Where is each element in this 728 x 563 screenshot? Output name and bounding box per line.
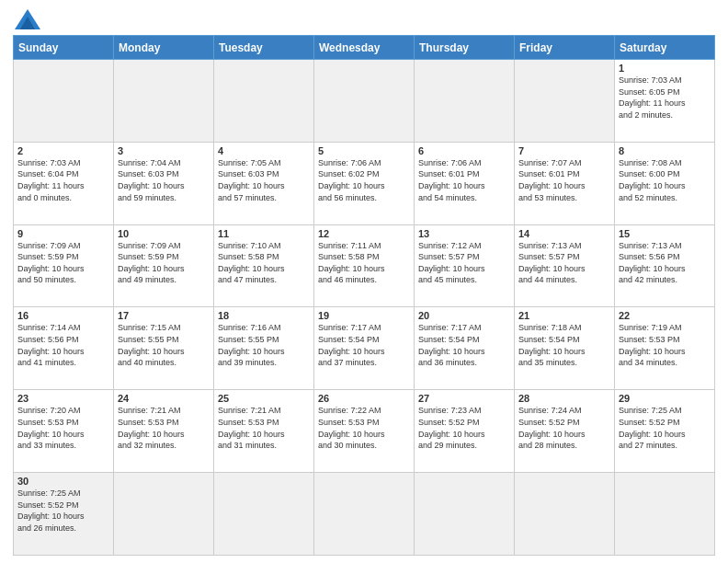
header [13, 9, 715, 29]
calendar-cell [214, 60, 314, 143]
day-info: Sunrise: 7:21 AM Sunset: 5:53 PM Dayligh… [218, 405, 310, 451]
day-number: 22 [619, 310, 711, 321]
day-info: Sunrise: 7:03 AM Sunset: 6:05 PM Dayligh… [619, 75, 711, 121]
day-info: Sunrise: 7:16 AM Sunset: 5:55 PM Dayligh… [218, 322, 310, 368]
calendar-cell: 22Sunrise: 7:19 AM Sunset: 5:53 PM Dayli… [615, 307, 715, 390]
calendar-week-5: 30Sunrise: 7:25 AM Sunset: 5:52 PM Dayli… [14, 473, 715, 556]
calendar-header-tuesday: Tuesday [214, 36, 314, 60]
calendar-cell: 29Sunrise: 7:25 AM Sunset: 5:52 PM Dayli… [615, 390, 715, 473]
calendar-header-sunday: Sunday [14, 36, 114, 60]
day-number: 24 [118, 393, 210, 404]
calendar-cell: 26Sunrise: 7:22 AM Sunset: 5:53 PM Dayli… [314, 390, 415, 473]
calendar-cell: 21Sunrise: 7:18 AM Sunset: 5:54 PM Dayli… [515, 307, 615, 390]
day-info: Sunrise: 7:09 AM Sunset: 5:59 PM Dayligh… [118, 240, 210, 286]
calendar-header-thursday: Thursday [415, 36, 515, 60]
day-number: 23 [17, 393, 109, 404]
page: SundayMondayTuesdayWednesdayThursdayFrid… [0, 0, 728, 563]
day-info: Sunrise: 7:07 AM Sunset: 6:01 PM Dayligh… [518, 157, 610, 203]
calendar-cell [314, 60, 415, 143]
calendar-cell: 23Sunrise: 7:20 AM Sunset: 5:53 PM Dayli… [14, 390, 114, 473]
calendar-cell: 7Sunrise: 7:07 AM Sunset: 6:01 PM Daylig… [515, 142, 615, 224]
calendar-week-4: 23Sunrise: 7:20 AM Sunset: 5:53 PM Dayli… [14, 390, 715, 473]
day-number: 14 [518, 228, 610, 239]
calendar-cell: 10Sunrise: 7:09 AM Sunset: 5:59 PM Dayli… [114, 224, 214, 307]
day-number: 28 [518, 393, 610, 404]
day-info: Sunrise: 7:17 AM Sunset: 5:54 PM Dayligh… [418, 322, 510, 368]
day-info: Sunrise: 7:03 AM Sunset: 6:04 PM Dayligh… [17, 157, 109, 203]
calendar-cell: 13Sunrise: 7:12 AM Sunset: 5:57 PM Dayli… [415, 224, 515, 307]
day-info: Sunrise: 7:10 AM Sunset: 5:58 PM Dayligh… [218, 240, 310, 286]
day-number: 27 [418, 393, 510, 404]
calendar-cell [214, 473, 314, 556]
calendar-header-saturday: Saturday [615, 36, 715, 60]
calendar-header-row: SundayMondayTuesdayWednesdayThursdayFrid… [14, 36, 715, 60]
calendar-cell: 24Sunrise: 7:21 AM Sunset: 5:53 PM Dayli… [114, 390, 214, 473]
calendar-cell: 6Sunrise: 7:06 AM Sunset: 6:01 PM Daylig… [415, 142, 515, 224]
day-number: 3 [118, 145, 210, 156]
calendar-cell: 5Sunrise: 7:06 AM Sunset: 6:02 PM Daylig… [314, 142, 415, 224]
day-info: Sunrise: 7:05 AM Sunset: 6:03 PM Dayligh… [218, 157, 310, 203]
day-number: 16 [17, 310, 109, 321]
day-number: 25 [218, 393, 310, 404]
calendar-cell: 8Sunrise: 7:08 AM Sunset: 6:00 PM Daylig… [615, 142, 715, 224]
day-number: 30 [17, 476, 109, 487]
day-info: Sunrise: 7:12 AM Sunset: 5:57 PM Dayligh… [418, 240, 510, 286]
day-number: 2 [17, 145, 109, 156]
day-info: Sunrise: 7:08 AM Sunset: 6:00 PM Dayligh… [619, 157, 711, 203]
day-info: Sunrise: 7:11 AM Sunset: 5:58 PM Dayligh… [318, 240, 410, 286]
day-number: 1 [619, 63, 711, 74]
calendar-cell: 18Sunrise: 7:16 AM Sunset: 5:55 PM Dayli… [214, 307, 314, 390]
day-number: 8 [619, 145, 711, 156]
calendar-cell [114, 60, 214, 143]
calendar-cell: 30Sunrise: 7:25 AM Sunset: 5:52 PM Dayli… [14, 473, 114, 556]
day-info: Sunrise: 7:17 AM Sunset: 5:54 PM Dayligh… [318, 322, 410, 368]
day-info: Sunrise: 7:25 AM Sunset: 5:52 PM Dayligh… [619, 405, 711, 451]
calendar-cell: 16Sunrise: 7:14 AM Sunset: 5:56 PM Dayli… [14, 307, 114, 390]
calendar-cell: 25Sunrise: 7:21 AM Sunset: 5:53 PM Dayli… [214, 390, 314, 473]
day-info: Sunrise: 7:23 AM Sunset: 5:52 PM Dayligh… [418, 405, 510, 451]
calendar-cell: 15Sunrise: 7:13 AM Sunset: 5:56 PM Dayli… [615, 224, 715, 307]
calendar-cell: 19Sunrise: 7:17 AM Sunset: 5:54 PM Dayli… [314, 307, 415, 390]
day-number: 15 [619, 228, 711, 239]
day-number: 4 [218, 145, 310, 156]
calendar-cell: 3Sunrise: 7:04 AM Sunset: 6:03 PM Daylig… [114, 142, 214, 224]
calendar-cell [114, 473, 214, 556]
calendar-body: 1Sunrise: 7:03 AM Sunset: 6:05 PM Daylig… [14, 60, 715, 556]
day-number: 9 [17, 228, 109, 239]
day-number: 13 [418, 228, 510, 239]
day-number: 17 [118, 310, 210, 321]
day-number: 19 [318, 310, 410, 321]
day-number: 11 [218, 228, 310, 239]
day-info: Sunrise: 7:20 AM Sunset: 5:53 PM Dayligh… [17, 405, 109, 451]
day-number: 5 [318, 145, 410, 156]
day-info: Sunrise: 7:22 AM Sunset: 5:53 PM Dayligh… [318, 405, 410, 451]
day-info: Sunrise: 7:15 AM Sunset: 5:55 PM Dayligh… [118, 322, 210, 368]
day-number: 12 [318, 228, 410, 239]
day-info: Sunrise: 7:18 AM Sunset: 5:54 PM Dayligh… [518, 322, 610, 368]
calendar-cell: 11Sunrise: 7:10 AM Sunset: 5:58 PM Dayli… [214, 224, 314, 307]
day-number: 18 [218, 310, 310, 321]
calendar-cell [14, 60, 114, 143]
calendar-cell: 17Sunrise: 7:15 AM Sunset: 5:55 PM Dayli… [114, 307, 214, 390]
calendar-cell: 12Sunrise: 7:11 AM Sunset: 5:58 PM Dayli… [314, 224, 415, 307]
day-number: 20 [418, 310, 510, 321]
calendar-week-1: 2Sunrise: 7:03 AM Sunset: 6:04 PM Daylig… [14, 142, 715, 224]
calendar-cell [515, 60, 615, 143]
calendar: SundayMondayTuesdayWednesdayThursdayFrid… [13, 35, 715, 556]
day-info: Sunrise: 7:24 AM Sunset: 5:52 PM Dayligh… [518, 405, 610, 451]
day-info: Sunrise: 7:06 AM Sunset: 6:01 PM Dayligh… [418, 157, 510, 203]
calendar-cell: 1Sunrise: 7:03 AM Sunset: 6:05 PM Daylig… [615, 60, 715, 143]
day-info: Sunrise: 7:21 AM Sunset: 5:53 PM Dayligh… [118, 405, 210, 451]
day-info: Sunrise: 7:06 AM Sunset: 6:02 PM Dayligh… [318, 157, 410, 203]
calendar-cell: 4Sunrise: 7:05 AM Sunset: 6:03 PM Daylig… [214, 142, 314, 224]
calendar-cell [615, 473, 715, 556]
calendar-cell [415, 60, 515, 143]
day-info: Sunrise: 7:13 AM Sunset: 5:57 PM Dayligh… [518, 240, 610, 286]
calendar-cell: 14Sunrise: 7:13 AM Sunset: 5:57 PM Dayli… [515, 224, 615, 307]
calendar-cell [314, 473, 415, 556]
day-number: 10 [118, 228, 210, 239]
calendar-header-friday: Friday [515, 36, 615, 60]
day-info: Sunrise: 7:14 AM Sunset: 5:56 PM Dayligh… [17, 322, 109, 368]
calendar-cell: 9Sunrise: 7:09 AM Sunset: 5:59 PM Daylig… [14, 224, 114, 307]
calendar-header-wednesday: Wednesday [314, 36, 415, 60]
